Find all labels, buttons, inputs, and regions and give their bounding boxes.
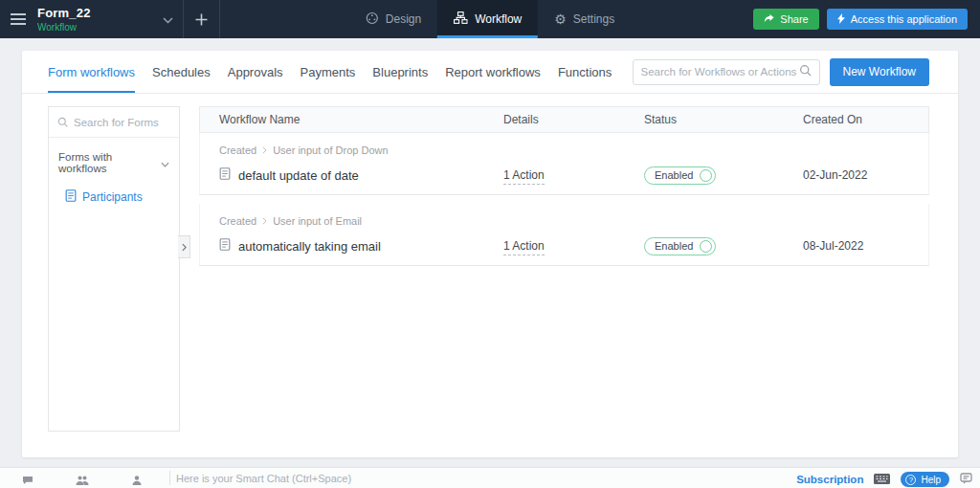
bottombar-right: Subscription ? Help [796, 468, 980, 488]
workflow-tabs: Form workflows Schedules Approvals Payme… [48, 51, 629, 93]
channels-button[interactable]: Channels [55, 468, 109, 488]
breadcrumb: Created User input of Email [200, 215, 928, 227]
contacts-button[interactable]: Contacts [109, 468, 164, 488]
tab-approvals[interactable]: Approvals [228, 51, 283, 93]
new-workflow-button[interactable]: New Workflow [830, 58, 929, 86]
toggle-knob-icon [700, 169, 712, 182]
add-component-button[interactable] [184, 0, 219, 38]
tab-payments[interactable]: Payments [301, 51, 356, 93]
nav-item-label: Workflow [475, 12, 522, 26]
content-area: Search for Forms Forms with workflows Pa… [22, 94, 958, 457]
nav-item-label: Design [386, 12, 421, 26]
topbar-right: Share Access this application [753, 0, 980, 38]
access-button-label: Access this application [851, 13, 957, 25]
plus-icon [194, 12, 209, 27]
workflow-group: Created User input of Drop Down default … [199, 133, 929, 195]
lightning-bolt-icon [837, 13, 845, 26]
chevron-down-icon [163, 11, 173, 28]
forms-search-box[interactable]: Search for Forms [49, 107, 179, 138]
nav-item-settings[interactable]: ⚙ Settings [538, 0, 631, 38]
chevron-down-icon [161, 154, 169, 171]
app-subtitle: Workflow [37, 22, 91, 33]
tab-form-workflows[interactable]: Form workflows [48, 51, 135, 93]
form-doc-icon [219, 167, 231, 183]
page-background: Form workflows Schedules Approvals Payme… [0, 38, 980, 467]
toggle-knob-icon [700, 240, 712, 253]
column-header-workflow-name: Workflow Name [219, 113, 503, 126]
tabs-actions: New Workflow [633, 58, 929, 86]
topbar: Form_22 Workflow Design Workflow ⚙ [0, 0, 980, 38]
sidebar-item-label: Participants [82, 190, 143, 204]
share-arrow-icon [764, 13, 774, 25]
tabs-row: Form workflows Schedules Approvals Payme… [22, 51, 958, 94]
forms-group-toggle[interactable]: Forms with workflows [49, 138, 179, 180]
forms-sidebar: Search for Forms Forms with workflows Pa… [48, 106, 180, 432]
keyboard-shortcuts-icon[interactable] [874, 471, 890, 488]
workflow-search-box [633, 59, 820, 85]
status-label: Enabled [655, 169, 693, 181]
share-button[interactable]: Share [753, 9, 818, 30]
breadcrumb: Created User input of Drop Down [200, 144, 928, 156]
workflow-table: Workflow Name Details Status Created On … [199, 106, 929, 457]
search-icon [57, 114, 68, 131]
workflow-name[interactable]: automatically taking email [238, 239, 381, 254]
workflow-name[interactable]: default update of date [238, 168, 359, 183]
column-header-details: Details [503, 113, 644, 126]
status-label: Enabled [655, 240, 693, 252]
people-group-icon [76, 472, 89, 488]
topbar-divider [219, 0, 220, 38]
breadcrumb-child: User input of Email [273, 215, 362, 227]
question-mark-icon: ? [905, 475, 916, 485]
nav-item-workflow[interactable]: Workflow [437, 0, 538, 38]
table-header: Workflow Name Details Status Created On [199, 106, 929, 133]
smart-chat-input[interactable] [176, 468, 796, 484]
created-on-date: 02-Jun-2022 [803, 168, 928, 182]
table-row[interactable]: default update of date 1 Action Enabled … [200, 156, 928, 194]
person-icon [132, 472, 142, 488]
breadcrumb-child: User input of Drop Down [273, 144, 388, 156]
sidebar-item-participants[interactable]: Participants [49, 180, 179, 212]
hamburger-menu-icon[interactable] [0, 0, 37, 38]
topbar-nav: Design Workflow ⚙ Settings [349, 0, 631, 38]
chats-button[interactable]: Chats [0, 468, 55, 488]
tab-schedules[interactable]: Schedules [152, 51, 211, 93]
help-button-label: Help [921, 475, 941, 485]
breadcrumb-parent: Created [219, 144, 256, 156]
help-button[interactable]: ? Help [901, 472, 949, 487]
share-button-label: Share [780, 13, 808, 25]
tab-report-workflows[interactable]: Report workflows [445, 51, 541, 93]
workflow-details-link[interactable]: 1 Action [503, 168, 545, 185]
feedback-icon[interactable] [960, 471, 972, 488]
forms-group-label: Forms with workflows [58, 151, 161, 174]
access-application-button[interactable]: Access this application [827, 9, 968, 30]
tab-functions[interactable]: Functions [558, 51, 612, 93]
nav-item-label: Settings [573, 12, 614, 26]
created-on-date: 08-Jul-2022 [803, 239, 928, 253]
settings-gear-icon: ⚙ [554, 12, 567, 26]
search-icon [799, 63, 812, 80]
bottombar: Chats Channels Contacts Subscription ? H… [0, 467, 980, 488]
bottombar-divider [169, 471, 170, 485]
app-title: Form_22 [37, 6, 91, 20]
tab-blueprints[interactable]: Blueprints [372, 51, 428, 93]
form-icon [65, 189, 77, 205]
chevron-right-icon [262, 217, 267, 225]
chat-bubble-icon [22, 472, 33, 488]
subscription-link[interactable]: Subscription [796, 474, 863, 485]
workflow-card: Form workflows Schedules Approvals Payme… [22, 51, 958, 457]
topbar-left: Form_22 Workflow [0, 0, 220, 38]
workflow-search-input[interactable] [641, 66, 799, 78]
chevron-right-icon [262, 146, 267, 154]
status-toggle[interactable]: Enabled [644, 237, 716, 255]
column-header-created-on: Created On [803, 113, 928, 126]
app-switcher[interactable]: Form_22 Workflow [37, 0, 183, 38]
sidebar-collapse-handle[interactable] [178, 235, 190, 258]
table-row[interactable]: automatically taking email 1 Action Enab… [200, 227, 928, 265]
forms-search-placeholder: Search for Forms [74, 117, 159, 128]
chevron-right-icon [182, 243, 187, 252]
status-toggle[interactable]: Enabled [644, 166, 716, 185]
form-doc-icon [219, 238, 231, 254]
nav-item-design[interactable]: Design [349, 0, 437, 38]
workflow-details-link[interactable]: 1 Action [503, 239, 545, 255]
workflow-group: Created User input of Email automaticall… [199, 204, 929, 266]
